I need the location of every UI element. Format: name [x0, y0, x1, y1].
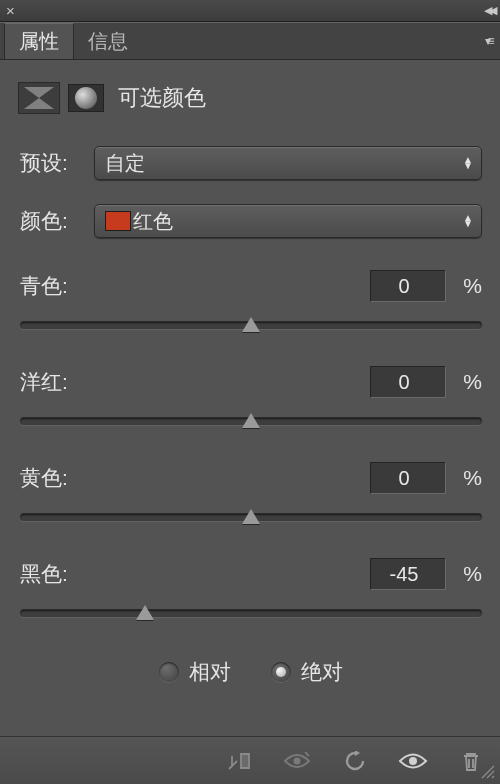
slider-label: 青色: — [20, 272, 370, 300]
panel-title: 可选颜色 — [118, 83, 206, 113]
dropdown-arrows-icon: ▲▼ — [463, 205, 473, 237]
mode-relative-label: 相对 — [189, 658, 231, 686]
slider-thumb[interactable] — [242, 413, 260, 428]
collapse-icon[interactable]: ◀◀ — [484, 4, 494, 17]
color-label: 颜色: — [20, 207, 82, 235]
mode-relative-radio[interactable]: 相对 — [159, 658, 231, 686]
dropdown-arrows-icon: ▲▼ — [463, 147, 473, 179]
mode-absolute-radio[interactable]: 绝对 — [271, 658, 343, 686]
slider-track[interactable] — [20, 316, 482, 334]
color-dropdown[interactable]: 红色 ▲▼ — [94, 204, 482, 238]
mode-absolute-label: 绝对 — [301, 658, 343, 686]
radio-dot-icon — [271, 662, 291, 682]
reset-icon[interactable] — [340, 748, 370, 774]
adjustment-type-icon[interactable] — [18, 82, 60, 114]
slider-value-input[interactable] — [370, 270, 446, 302]
tab-info-label: 信息 — [88, 28, 128, 55]
view-previous-icon[interactable] — [282, 748, 312, 774]
resize-handle-icon[interactable] — [480, 764, 498, 782]
slider-track[interactable] — [20, 604, 482, 622]
radio-dot-icon — [159, 662, 179, 682]
tab-properties-label: 属性 — [19, 28, 59, 55]
tab-properties[interactable]: 属性 — [4, 23, 74, 59]
slider-track[interactable] — [20, 412, 482, 430]
slider-label: 黄色: — [20, 464, 370, 492]
slider-label: 洋红: — [20, 368, 370, 396]
preset-dropdown[interactable]: 自定 ▲▼ — [94, 146, 482, 180]
percent-label: % — [452, 562, 482, 586]
svg-point-0 — [294, 757, 301, 764]
preset-value: 自定 — [105, 150, 145, 177]
color-swatch — [105, 211, 131, 231]
slider-value-input[interactable] — [370, 558, 446, 590]
preset-label: 预设: — [20, 149, 82, 177]
toggle-visibility-icon[interactable] — [398, 748, 428, 774]
mask-thumb[interactable] — [68, 84, 104, 112]
slider-thumb[interactable] — [242, 317, 260, 332]
tab-info[interactable]: 信息 — [74, 23, 142, 59]
svg-point-2 — [409, 757, 417, 765]
svg-line-1 — [305, 752, 309, 756]
slider-value-input[interactable] — [370, 366, 446, 398]
percent-label: % — [452, 274, 482, 298]
clip-to-layer-icon[interactable] — [224, 748, 254, 774]
percent-label: % — [452, 370, 482, 394]
slider-value-input[interactable] — [370, 462, 446, 494]
slider-track[interactable] — [20, 508, 482, 526]
close-icon[interactable]: × — [6, 2, 15, 19]
color-value: 红色 — [133, 208, 173, 235]
slider-thumb[interactable] — [242, 509, 260, 524]
slider-thumb[interactable] — [136, 605, 154, 620]
slider-label: 黑色: — [20, 560, 370, 588]
panel-menu-icon[interactable]: ▾≡ — [476, 23, 500, 59]
percent-label: % — [452, 466, 482, 490]
